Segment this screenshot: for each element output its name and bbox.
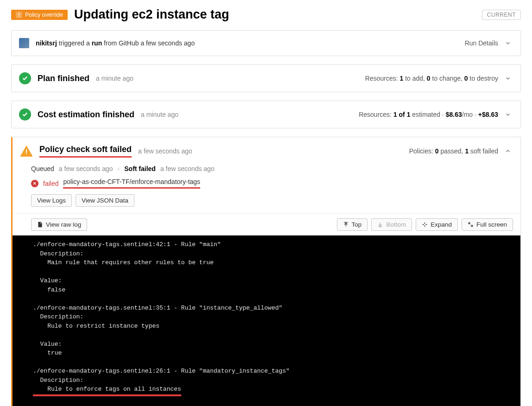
avatar: [19, 38, 29, 48]
policy-summary: Policies: 0 passed, 1 soft failed: [409, 147, 498, 155]
trigger-run: run: [92, 39, 102, 47]
document-icon: [37, 222, 43, 228]
check-icon: [19, 72, 31, 84]
run-details-link[interactable]: Run Details: [465, 39, 498, 47]
trigger-card: nikitsrj triggered a run from GitHub a f…: [11, 30, 521, 56]
trigger-text: nikitsrj triggered a run from GitHub a f…: [36, 39, 458, 47]
policy-card: Policy check soft failed a few seconds a…: [11, 137, 521, 406]
plan-card: Plan finished a minute ago Resources: 1 …: [11, 64, 521, 92]
chevron-down-icon[interactable]: [505, 111, 511, 118]
cost-resources: Resources: 1 of 1 estimated · $8.63/mo ·…: [359, 111, 498, 118]
policy-override-badge: Policy override: [11, 10, 68, 20]
expand-button[interactable]: Expand: [416, 218, 458, 231]
cost-title: Cost estimation finished: [38, 110, 134, 120]
policy-breadcrumb: Queued a few seconds ago › Soft failed a…: [13, 165, 520, 178]
cost-timestamp: a minute ago: [141, 111, 178, 118]
log-terminal: ./enforce-mandatory-tags.sentinel:42:1 -…: [13, 235, 520, 406]
fullscreen-button[interactable]: Full screen: [462, 218, 513, 231]
plan-title: Plan finished: [38, 74, 89, 83]
arrow-down-icon: [377, 222, 383, 228]
arrow-up-icon: [343, 222, 349, 228]
policy-title: Policy check soft failed: [39, 145, 132, 158]
policy-timestamp: a few seconds ago: [138, 147, 192, 155]
fail-icon: [31, 180, 38, 187]
policy-name: policy-as-code-CFT-TF/enforce-mandatory-…: [63, 178, 200, 189]
current-badge: CURRENT: [482, 10, 521, 20]
chevron-down-icon[interactable]: [505, 75, 511, 82]
plan-timestamp: a minute ago: [96, 75, 133, 82]
chevron-down-icon[interactable]: [505, 40, 511, 46]
plan-resources: Resources: 1 to add, 0 to change, 0 to d…: [365, 75, 498, 82]
top-button[interactable]: Top: [337, 218, 368, 231]
chevron-up-icon[interactable]: [505, 148, 511, 154]
view-logs-button[interactable]: View Logs: [31, 194, 72, 207]
fullscreen-icon: [468, 222, 474, 228]
bottom-button[interactable]: Bottom: [371, 218, 412, 231]
trigger-source: from GitHub a few seconds ago: [104, 39, 195, 47]
expand-icon: [422, 222, 428, 228]
warning-icon: [20, 146, 33, 157]
trigger-user: nikitsrj: [36, 39, 57, 47]
page-title: Updating ec2 instance tag: [74, 7, 475, 22]
trigger-verb: triggered a: [59, 39, 90, 47]
view-json-button[interactable]: View JSON Data: [76, 194, 134, 207]
check-icon: [19, 108, 31, 121]
cost-card: Cost estimation finished a minute ago Re…: [11, 101, 521, 128]
view-raw-log-button[interactable]: View raw log: [31, 218, 87, 231]
failed-label: failed: [43, 180, 58, 187]
